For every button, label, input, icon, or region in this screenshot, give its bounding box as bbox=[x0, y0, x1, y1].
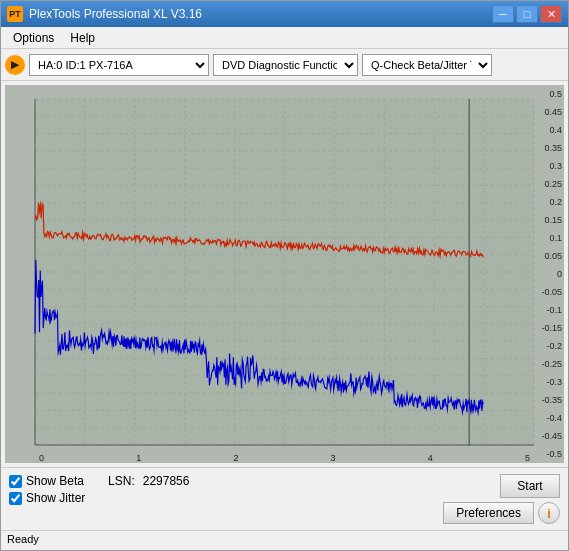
bottom-controls: Show Beta LSN: 2297856 Show Jitter Start… bbox=[9, 474, 560, 524]
status-bar: Ready bbox=[1, 530, 568, 550]
x-axis-labels: 0 1 2 3 4 5 bbox=[35, 453, 534, 463]
preferences-button[interactable]: Preferences bbox=[443, 502, 534, 524]
chart-area: High Low 0.5 0.45 0.4 0.35 0.3 0.25 0.2 … bbox=[5, 85, 564, 463]
bottom-panel: Show Beta LSN: 2297856 Show Jitter Start… bbox=[1, 467, 568, 530]
show-jitter-label: Show Jitter bbox=[26, 491, 85, 505]
show-beta-row: Show Beta LSN: 2297856 bbox=[9, 474, 189, 488]
start-button[interactable]: Start bbox=[500, 474, 560, 498]
y-axis-right: 0.5 0.45 0.4 0.35 0.3 0.25 0.2 0.15 0.1 … bbox=[534, 85, 564, 463]
app-icon: PT bbox=[7, 6, 23, 22]
checkboxes: Show Beta LSN: 2297856 Show Jitter bbox=[9, 474, 189, 505]
window-controls: ─ □ ✕ bbox=[492, 5, 562, 23]
toolbar: ▶ HA:0 ID:1 PX-716A DVD Diagnostic Funct… bbox=[1, 49, 568, 81]
main-window: PT PlexTools Professional XL V3.16 ─ □ ✕… bbox=[0, 0, 569, 551]
minimize-button[interactable]: ─ bbox=[492, 5, 514, 23]
show-jitter-row: Show Jitter bbox=[9, 491, 189, 505]
device-select[interactable]: HA:0 ID:1 PX-716A bbox=[29, 54, 209, 76]
status-text: Ready bbox=[7, 533, 39, 545]
menu-bar: Options Help bbox=[1, 27, 568, 49]
maximize-button[interactable]: □ bbox=[516, 5, 538, 23]
function-select[interactable]: DVD Diagnostic Functions bbox=[213, 54, 358, 76]
test-select[interactable]: Q-Check Beta/Jitter Test bbox=[362, 54, 492, 76]
right-buttons: Start Preferences i bbox=[443, 474, 560, 524]
lsn-label: LSN: bbox=[108, 474, 135, 488]
lsn-value: 2297856 bbox=[143, 474, 190, 488]
chart-canvas bbox=[5, 85, 564, 463]
title-bar-left: PT PlexTools Professional XL V3.16 bbox=[7, 6, 202, 22]
window-title: PlexTools Professional XL V3.16 bbox=[29, 7, 202, 21]
menu-help[interactable]: Help bbox=[62, 29, 103, 47]
show-jitter-checkbox[interactable] bbox=[9, 492, 22, 505]
prefs-row: Preferences i bbox=[443, 502, 560, 524]
device-icon: ▶ bbox=[5, 55, 25, 75]
info-button[interactable]: i bbox=[538, 502, 560, 524]
show-beta-label: Show Beta bbox=[26, 474, 84, 488]
close-button[interactable]: ✕ bbox=[540, 5, 562, 23]
menu-options[interactable]: Options bbox=[5, 29, 62, 47]
show-beta-checkbox[interactable] bbox=[9, 475, 22, 488]
title-bar: PT PlexTools Professional XL V3.16 ─ □ ✕ bbox=[1, 1, 568, 27]
